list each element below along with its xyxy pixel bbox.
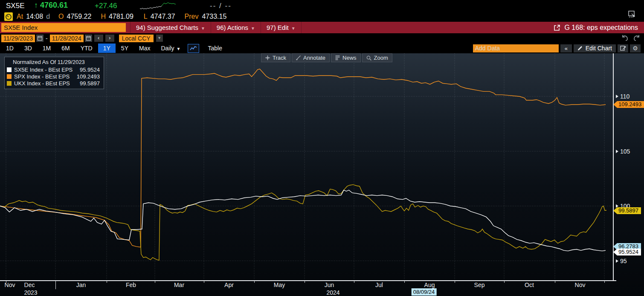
x-axis-year-label: 2024: [326, 289, 339, 296]
quote-header: SX5E ↑ 4760.61 +27.46 -- / -- At 14:08 d…: [0, 0, 644, 22]
news-icon: [335, 55, 340, 60]
track-icon: [265, 55, 270, 60]
legend-swatch: [7, 81, 12, 86]
x-axis-month-label: Nov: [575, 281, 586, 288]
delayed-gauge-icon: [4, 12, 13, 21]
chart-tool-buttons: TrackAnnotateNewsZoom: [261, 53, 392, 62]
period-toolbar: 1D3D1M6MYTD1Y5YMax Daily▼ Table Add Data…: [0, 43, 644, 53]
legend-swatch: [7, 67, 12, 72]
legend-value: 95.9524: [75, 67, 100, 73]
series-line: [0, 190, 606, 251]
start-date-input[interactable]: 11/29/2023: [1, 35, 35, 42]
quote-time: 14:08: [26, 13, 43, 20]
range-back-button[interactable]: ‹: [94, 35, 103, 42]
annotate-chart-icon[interactable]: [618, 44, 628, 52]
tab-table[interactable]: Table: [203, 44, 227, 53]
x-axis-month-label: Jun: [325, 281, 334, 288]
tab-ytd[interactable]: YTD: [75, 44, 98, 53]
menu-edit[interactable]: 97) Edit▼: [261, 22, 302, 33]
calendar-icon[interactable]: [85, 35, 92, 42]
x-axis-tick: [555, 280, 555, 283]
prev-value: 4733.15: [202, 13, 226, 20]
x-axis-month-label: Jul: [375, 281, 383, 288]
x-axis-month-label: Jan: [76, 281, 86, 288]
at-label: At: [17, 13, 23, 20]
tab-5y[interactable]: 5Y: [116, 44, 133, 53]
export-icon[interactable]: [554, 24, 560, 31]
settings-gear-icon[interactable]: ⚙: [630, 44, 641, 52]
command-bar: SX5E Index 94) Suggested Charts▼96) Acti…: [0, 22, 644, 33]
x-axis-tick: [204, 280, 204, 283]
dropdown-arrow-icon: ▼: [201, 26, 205, 31]
legend-label: SX5E Index - BEst EPS: [14, 67, 73, 73]
legend-item[interactable]: SPX Index - BEst EPS109.2493: [7, 73, 100, 80]
tab-max[interactable]: Max: [134, 44, 155, 53]
prev-label: Prev: [185, 13, 199, 20]
chart-area[interactable]: 11010510095 109.249399.589796.278395.952…: [0, 53, 644, 296]
zoom-button[interactable]: Zoom: [362, 53, 392, 62]
annotate-button[interactable]: Annotate: [292, 53, 330, 62]
add-data-input[interactable]: Add Data: [473, 44, 559, 52]
annotate-icon: [296, 55, 301, 60]
menu-suggested-charts[interactable]: 94) Suggested Charts▼: [131, 22, 211, 33]
x-axis-month-label: Mar: [174, 281, 184, 288]
tab-1d[interactable]: 1D: [1, 44, 19, 53]
tab-3d[interactable]: 3D: [19, 44, 37, 53]
collapse-panel-button[interactable]: «: [560, 44, 572, 52]
calendar-icon[interactable]: [36, 35, 44, 42]
x-axis-month-label: Aug: [424, 281, 435, 288]
frequency-dropdown[interactable]: Daily▼: [157, 44, 184, 53]
legend-value: 99.5897: [75, 80, 100, 87]
legend-value: 109.2493: [72, 73, 100, 80]
dropdown-arrow-icon: ▼: [251, 26, 255, 31]
chart-ref-label[interactable]: G 168: eps expectations: [564, 24, 638, 32]
last-price-badge: 99.5897: [613, 207, 641, 214]
up-arrow-icon: ↑: [34, 1, 38, 9]
delay-flag: d: [46, 13, 50, 20]
legend-swatch: [7, 74, 12, 79]
tab-1m[interactable]: 1M: [38, 44, 56, 53]
x-axis-tick: [305, 280, 305, 283]
x-axis-month-label: Nov: [5, 281, 15, 288]
menu-actions[interactable]: 96) Actions▼: [211, 22, 261, 33]
x-axis-tick: [404, 280, 405, 283]
high-value: 4781.09: [109, 13, 133, 20]
x-axis-month-label: Apr: [224, 281, 234, 288]
intraday-sparkline: [140, 1, 177, 11]
x-axis-month-label: Dec: [24, 281, 35, 288]
edit-chart-button[interactable]: Edit Chart: [574, 44, 616, 52]
news-button[interactable]: News: [331, 53, 361, 62]
track-button[interactable]: Track: [261, 53, 290, 62]
x-axis-tick: [354, 280, 354, 283]
x-axis-year-label: 2023: [24, 289, 37, 296]
x-axis-line: [0, 280, 616, 281]
redo-icon[interactable]: [633, 35, 641, 41]
open-label: O: [58, 13, 64, 20]
end-date-input[interactable]: 11/28/2024: [50, 35, 84, 42]
legend-item[interactable]: SX5E Index - BEst EPS95.9524: [7, 66, 100, 73]
legend-title: Normalized As Of 11/29/2023: [13, 59, 100, 65]
legend-item[interactable]: UKX Index - BEst EPS99.5897: [7, 80, 100, 87]
x-axis-tick: [155, 280, 155, 283]
chart-type-button[interactable]: [188, 44, 199, 53]
undo-icon[interactable]: [621, 35, 629, 41]
date-separator: -: [45, 35, 49, 42]
x-axis-month-label: Sep: [474, 281, 485, 288]
x-axis-tick: [504, 280, 505, 283]
x-axis-month-label: Oct: [525, 281, 534, 288]
x-axis-month-label: Feb: [126, 281, 136, 288]
tab-6m[interactable]: 6M: [56, 44, 75, 53]
screen-grab-icon[interactable]: [628, 10, 636, 18]
tab-1y[interactable]: 1Y: [98, 44, 116, 53]
security-input[interactable]: SX5E Index: [1, 23, 126, 32]
open-value: 4759.22: [67, 13, 92, 20]
currency-select[interactable]: Local CCY: [119, 35, 154, 42]
range-forward-button[interactable]: ›: [105, 35, 114, 42]
zoom-icon: [366, 55, 371, 61]
last-price-badge: 95.9524: [613, 249, 641, 255]
x-axis-tick: [55, 280, 56, 289]
currency-dropdown-icon[interactable]: ▼: [156, 35, 163, 42]
dropdown-arrow-icon: ▼: [177, 46, 181, 51]
low-value: 4747.37: [151, 13, 175, 20]
x-axis-tick: [604, 280, 605, 283]
